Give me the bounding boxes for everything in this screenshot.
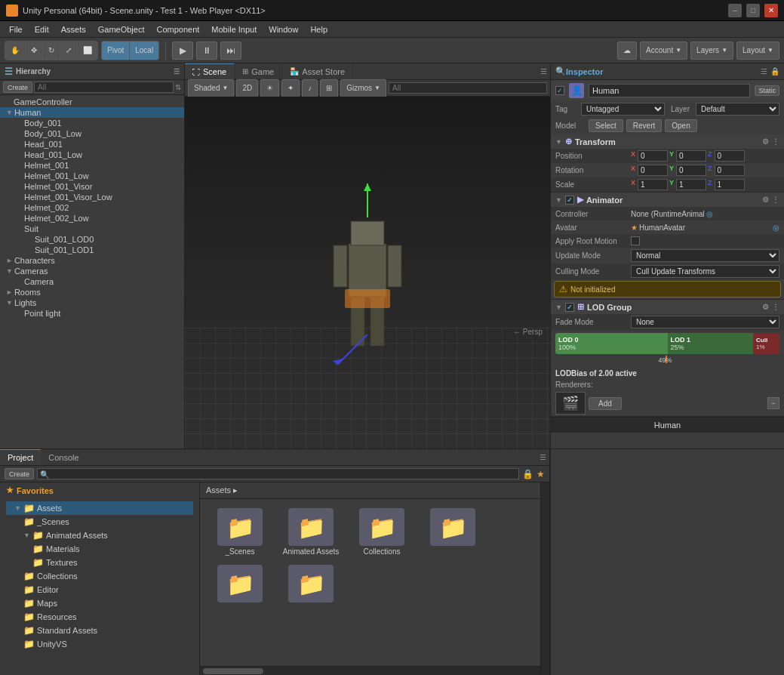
hierarchy-item[interactable]: Suit_001_LOD0 bbox=[0, 234, 184, 245]
fx-toggle[interactable]: ✦ bbox=[281, 79, 300, 97]
minimize-button[interactable]: – bbox=[728, 4, 742, 17]
transform-extra-icon[interactable]: ⋮ bbox=[772, 137, 779, 146]
scale-z[interactable] bbox=[715, 179, 745, 190]
menu-mobileinput[interactable]: Mobile Input bbox=[205, 23, 263, 35]
rect-tool[interactable]: ⬜ bbox=[78, 42, 97, 60]
hierarchy-item[interactable]: Helmet_001_Visor bbox=[0, 181, 184, 192]
project-lock-icon[interactable]: 🔒 bbox=[522, 469, 533, 479]
apply-root-checkbox[interactable] bbox=[631, 236, 640, 245]
tree-item[interactable]: 📁 _Scenes bbox=[6, 515, 193, 529]
animator-enabled[interactable] bbox=[565, 196, 574, 205]
hierarchy-item[interactable]: Head_001_Low bbox=[0, 149, 184, 160]
tree-item[interactable]: 📁 Maps bbox=[6, 596, 193, 610]
horizontal-scrollbar[interactable] bbox=[200, 666, 540, 675]
menu-window[interactable]: Window bbox=[263, 23, 304, 35]
scale-y[interactable] bbox=[676, 179, 706, 190]
asset-item-4[interactable]: 📁 bbox=[419, 505, 487, 559]
menu-assets[interactable]: Assets bbox=[55, 23, 92, 35]
hierarchy-item[interactable]: Body_001 bbox=[0, 118, 184, 128]
tab-asset-store[interactable]: 🏪 Asset Store bbox=[282, 63, 353, 79]
scrollbar-thumb[interactable] bbox=[203, 668, 263, 674]
lighting-toggle[interactable]: ☀ bbox=[260, 79, 279, 97]
remove-renderer-button[interactable]: − bbox=[767, 397, 779, 409]
position-z[interactable] bbox=[715, 150, 745, 162]
inspector-lock[interactable]: 🔒 bbox=[770, 67, 779, 76]
tree-item[interactable]: 📁 Materials bbox=[6, 542, 193, 556]
local-button[interactable]: Local bbox=[130, 42, 158, 60]
tab-project[interactable]: Project bbox=[0, 449, 41, 465]
position-x[interactable] bbox=[638, 150, 668, 162]
update-mode-dropdown[interactable]: Normal bbox=[631, 249, 779, 262]
hierarchy-item[interactable]: Suit bbox=[0, 223, 184, 234]
hierarchy-create-btn[interactable]: Create bbox=[3, 82, 32, 93]
lod-group-extra-icon[interactable]: ⋮ bbox=[772, 303, 779, 311]
hierarchy-item[interactable]: Point light bbox=[0, 308, 184, 319]
hierarchy-item[interactable]: ► Characters bbox=[0, 255, 184, 266]
tree-item[interactable]: ▼📁 Animated Assets bbox=[6, 529, 193, 542]
rotation-x[interactable] bbox=[638, 165, 668, 176]
account-dropdown[interactable]: Account ▼ bbox=[640, 42, 687, 60]
menu-gameobject[interactable]: GameObject bbox=[92, 23, 151, 35]
inspector-options[interactable]: ☰ bbox=[761, 67, 767, 76]
position-y[interactable] bbox=[676, 150, 706, 162]
transform-gear-icon[interactable]: ⚙ bbox=[762, 137, 769, 146]
static-toggle[interactable]: Static bbox=[755, 85, 779, 96]
maximize-button[interactable]: □ bbox=[746, 4, 760, 17]
controller-select-icon[interactable]: ◎ bbox=[706, 210, 713, 218]
hierarchy-sort-icon[interactable]: ⇅ bbox=[175, 83, 181, 91]
tab-game[interactable]: ⊞ Game bbox=[235, 63, 282, 79]
hierarchy-search[interactable] bbox=[34, 82, 174, 93]
step-button[interactable]: ⏭ bbox=[220, 42, 241, 60]
tab-console[interactable]: Console bbox=[41, 449, 86, 465]
culling-mode-dropdown[interactable]: Cull Update Transforms bbox=[631, 265, 779, 278]
inspector-lod0[interactable]: LOD 0 100% bbox=[555, 333, 668, 354]
pivot-button[interactable]: Pivot bbox=[102, 42, 130, 60]
close-button[interactable]: ✕ bbox=[764, 4, 778, 17]
play-button[interactable]: ▶ bbox=[172, 42, 193, 60]
animator-header[interactable]: ▼ ▶ Animator ⚙ ⋮ bbox=[551, 193, 784, 207]
gizmos-dropdown[interactable]: Gizmos ▼ bbox=[340, 79, 386, 97]
object-enabled-checkbox[interactable] bbox=[555, 86, 564, 95]
asset-item-5[interactable]: 📁 bbox=[206, 562, 274, 607]
project-star-icon[interactable]: ★ bbox=[537, 469, 545, 479]
asset-item-6[interactable]: 📁 bbox=[277, 562, 345, 607]
revert-button[interactable]: Revert bbox=[626, 119, 662, 132]
rotation-z[interactable] bbox=[715, 165, 745, 176]
inspector-lod1[interactable]: LOD 1 25% bbox=[668, 333, 753, 354]
hierarchy-item[interactable]: ▼ Human bbox=[0, 107, 184, 118]
hierarchy-item[interactable]: Head_001 bbox=[0, 139, 184, 149]
hierarchy-item[interactable]: Helmet_001_Low bbox=[0, 171, 184, 181]
scale-tool[interactable]: ⤢ bbox=[60, 42, 78, 60]
project-search[interactable] bbox=[37, 468, 519, 479]
hierarchy-item[interactable]: ▼ Lights bbox=[0, 297, 184, 308]
right-scrollbar[interactable] bbox=[540, 482, 549, 675]
hand-tool[interactable]: ✋ bbox=[5, 42, 26, 60]
asset-item-scenes[interactable]: 📁 _Scenes bbox=[206, 505, 274, 559]
pause-button[interactable]: ⏸ bbox=[196, 42, 217, 60]
object-name-input[interactable] bbox=[589, 84, 750, 97]
shaded-dropdown[interactable]: Shaded ▼ bbox=[188, 79, 234, 97]
hierarchy-item[interactable]: Helmet_002 bbox=[0, 202, 184, 213]
inspector-lod-cull[interactable]: Cull 1% bbox=[753, 333, 779, 354]
hierarchy-item[interactable]: Helmet_002_Low bbox=[0, 213, 184, 223]
project-create-btn[interactable]: Create bbox=[5, 468, 34, 479]
hierarchy-item[interactable]: Helmet_001_Visor_Low bbox=[0, 192, 184, 202]
tag-dropdown[interactable]: Untagged bbox=[581, 103, 665, 116]
layout-dropdown[interactable]: Layout ▼ bbox=[736, 42, 779, 60]
open-button[interactable]: Open bbox=[665, 119, 696, 132]
hierarchy-item[interactable]: Body_001_Low bbox=[0, 128, 184, 139]
tree-item[interactable]: 📁 Editor bbox=[6, 583, 193, 596]
scale-x[interactable] bbox=[638, 179, 668, 190]
asset-item-animated[interactable]: 📁 Animated Assets bbox=[277, 505, 345, 559]
tree-item[interactable]: 📁 Textures bbox=[6, 556, 193, 569]
tree-item[interactable]: ▼📁 Assets bbox=[6, 501, 193, 515]
project-panel-options[interactable]: ☰ bbox=[537, 449, 549, 465]
move-tool[interactable]: ✥ bbox=[26, 42, 43, 60]
hierarchy-item[interactable]: ▼ Cameras bbox=[0, 266, 184, 276]
cloud-button[interactable]: ☁ bbox=[617, 42, 637, 60]
lod-group-enabled[interactable] bbox=[565, 303, 574, 312]
fade-mode-dropdown[interactable]: None bbox=[631, 316, 779, 328]
layers-dropdown[interactable]: Layers ▼ bbox=[690, 42, 733, 60]
avatar-select-icon[interactable]: ◎ bbox=[773, 223, 779, 232]
hierarchy-panel-options[interactable]: ☰ bbox=[174, 68, 180, 76]
